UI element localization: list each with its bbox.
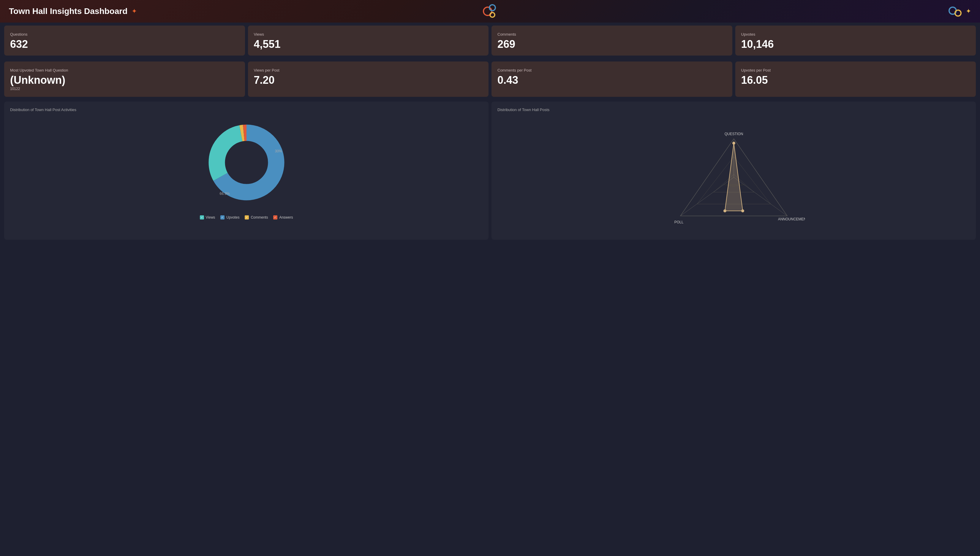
- header-star-left: ✦: [132, 7, 137, 15]
- donut-chart-title: Distribution of Town Hall Post Activitie…: [10, 108, 483, 112]
- header: Town Hall Insights Dashboard ✦ ✦: [0, 0, 980, 23]
- stat-card-row1-1: Views 4,551: [248, 26, 489, 55]
- stat-label: Comments per Post: [497, 68, 531, 73]
- stat-card-row2-3: Upvotes per Post 16.05: [735, 61, 976, 97]
- radar-chart-title: Distribution of Town Hall Posts: [497, 108, 970, 112]
- stat-value: 16.05: [741, 75, 768, 86]
- stat-card-row1-0: Questions 632: [4, 26, 245, 55]
- donut-svg: [202, 118, 291, 207]
- legend-label: Upvotes: [226, 215, 239, 220]
- svg-point-9: [225, 141, 268, 184]
- header-left: Town Hall Insights Dashboard ✦: [9, 6, 137, 16]
- header-logo-right: ✦: [947, 5, 971, 17]
- radar-svg: QUESTION ANNOUNCEMENT POLL: [662, 127, 805, 234]
- svg-point-20: [723, 209, 727, 212]
- stat-value: 269: [497, 39, 515, 50]
- svg-point-19: [741, 209, 744, 212]
- stat-value: 0.43: [497, 75, 518, 86]
- legend-item-2: ✓ Comments: [245, 215, 268, 220]
- legend-label: Views: [206, 215, 215, 220]
- header-star-right: ✦: [966, 7, 971, 15]
- svg-point-18: [732, 142, 735, 145]
- donut-container: 66.9% 30% ✓ Views ✓ Upvotes ✓ Comments ✓…: [10, 118, 483, 220]
- legend-dot: ✓: [273, 215, 278, 220]
- legend-item-1: ✓ Upvotes: [220, 215, 239, 220]
- header-logo-center: [481, 3, 499, 19]
- stat-card-row2-1: Views per Post 7.20: [248, 61, 489, 97]
- stat-value: (Unknown): [10, 75, 65, 86]
- stat-card-row2-2: Comments per Post 0.43: [491, 61, 732, 97]
- right-logo-icon: [947, 5, 963, 17]
- stat-card-row1-3: Upvotes 10,146: [735, 26, 976, 55]
- stat-label: Most Upvoted Town Hall Question: [10, 68, 68, 73]
- stat-value: 7.20: [254, 75, 275, 86]
- legend-label: Comments: [251, 215, 268, 220]
- stat-card-row2-0: Most Upvoted Town Hall Question (Unknown…: [4, 61, 245, 97]
- legend-dot: ✓: [245, 215, 249, 220]
- stat-label: Comments: [497, 32, 516, 37]
- stats-row2: Most Upvoted Town Hall Question (Unknown…: [0, 58, 980, 100]
- svg-text:QUESTION: QUESTION: [724, 132, 743, 136]
- donut-chart-card: Distribution of Town Hall Post Activitie…: [4, 102, 489, 240]
- center-logo-icon: [481, 3, 499, 19]
- stat-label: Upvotes per Post: [741, 68, 771, 73]
- svg-text:ANNOUNCEMENT: ANNOUNCEMENT: [778, 217, 805, 221]
- donut-legend: ✓ Views ✓ Upvotes ✓ Comments ✓ Answers: [200, 215, 293, 220]
- stat-value: 632: [10, 39, 28, 50]
- legend-label: Answers: [279, 215, 293, 220]
- legend-dot: ✓: [200, 215, 204, 220]
- donut-label-views: 30%: [275, 149, 282, 153]
- stat-label: Views per Post: [254, 68, 279, 73]
- legend-item-3: ✓ Answers: [273, 215, 293, 220]
- stats-row1: Questions 632 Views 4,551 Comments 269 U…: [0, 23, 980, 58]
- stat-value: 4,551: [254, 39, 281, 50]
- legend-item-0: ✓ Views: [200, 215, 215, 220]
- charts-section: Distribution of Town Hall Post Activitie…: [0, 100, 980, 244]
- stat-label: Questions: [10, 32, 27, 37]
- donut-label-upvotes: 66.9%: [220, 192, 230, 196]
- svg-marker-17: [725, 143, 743, 211]
- stat-card-row1-2: Comments 269: [491, 26, 732, 55]
- stat-value: 10,146: [741, 39, 774, 50]
- legend-dot: ✓: [220, 215, 224, 220]
- stat-label: Upvotes: [741, 32, 756, 37]
- stat-sublabel: 10122: [10, 87, 20, 91]
- radar-chart-card: Distribution of Town Hall Posts: [491, 102, 976, 240]
- stat-label: Views: [254, 32, 264, 37]
- radar-container: QUESTION ANNOUNCEMENT POLL: [497, 118, 970, 234]
- radar-svg-wrap: QUESTION ANNOUNCEMENT POLL: [497, 127, 970, 234]
- svg-text:POLL: POLL: [674, 220, 683, 224]
- header-title: Town Hall Insights Dashboard: [9, 6, 128, 16]
- donut-svg-wrap: 66.9% 30%: [202, 118, 291, 207]
